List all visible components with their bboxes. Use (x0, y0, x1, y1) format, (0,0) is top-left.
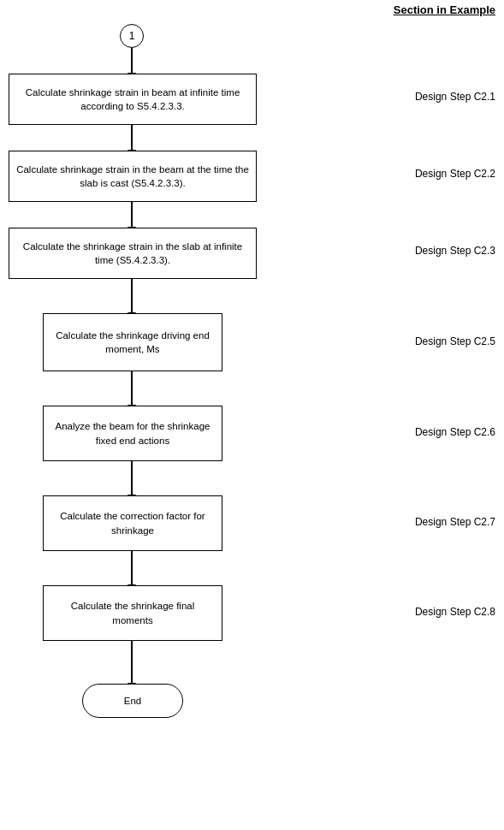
end-text: End (124, 694, 141, 708)
arrow-5 (131, 461, 133, 495)
box1-text: Calculate shrinkage strain in beam at in… (16, 86, 249, 113)
flow-box-7: Calculate the shrinkage final moments (43, 585, 222, 641)
design-step-7: Design Step C2.8 (415, 606, 495, 618)
end-node: End (82, 684, 183, 718)
design-step-5: Design Step C2.6 (415, 426, 495, 438)
flow-box-3: Calculate the shrinkage strain in the sl… (9, 228, 257, 279)
box3-text: Calculate the shrinkage strain in the sl… (16, 240, 249, 267)
box2-text: Calculate shrinkage strain in the beam a… (16, 163, 249, 190)
box7-text: Calculate the shrinkage final moments (50, 599, 215, 626)
arrow-1 (131, 125, 133, 151)
flow-box-4: Calculate the shrinkage driving end mome… (43, 313, 222, 371)
design-step-1: Design Step C2.1 (415, 91, 495, 103)
flow-box-5: Analyze the beam for the shrinkage fixed… (43, 406, 222, 461)
box4-text: Calculate the shrinkage driving end mome… (50, 329, 215, 356)
page-container: Section in Example 1 Calculate shrinkage… (0, 0, 504, 830)
flow-box-6: Calculate the correction factor for shri… (43, 495, 222, 551)
design-step-4: Design Step C2.5 (415, 335, 495, 347)
arrow-6 (131, 551, 133, 585)
flow-box-1: Calculate shrinkage strain in beam at in… (9, 74, 257, 125)
design-step-2: Design Step C2.2 (415, 168, 495, 180)
start-node: 1 (120, 24, 144, 48)
section-header: Section in Example (394, 3, 495, 16)
flow-box-2: Calculate shrinkage strain in the beam a… (9, 151, 257, 202)
design-step-6: Design Step C2.7 (415, 516, 495, 528)
arrow-3 (131, 279, 133, 313)
start-label: 1 (129, 30, 135, 42)
arrow-4 (131, 371, 133, 406)
box5-text: Analyze the beam for the shrinkage fixed… (50, 419, 215, 447)
arrow-0 (131, 48, 133, 74)
box6-text: Calculate the correction factor for shri… (50, 509, 215, 537)
design-step-3: Design Step C2.3 (415, 245, 495, 257)
arrow-7 (131, 641, 133, 684)
arrow-2 (131, 202, 133, 228)
